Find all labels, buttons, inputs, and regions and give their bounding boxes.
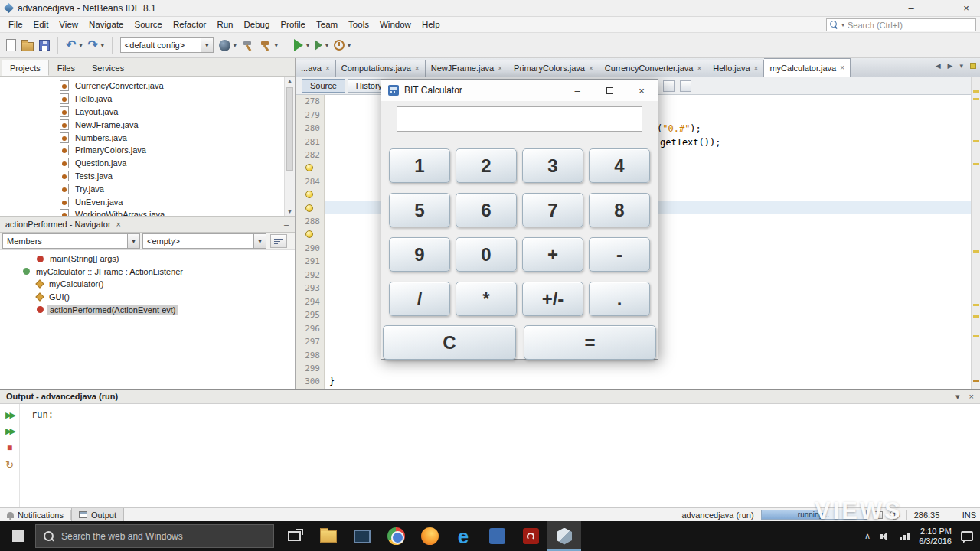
redo-dropdown-icon[interactable]: ▾ (101, 42, 104, 49)
warning-mark[interactable] (973, 304, 979, 306)
tab-close-icon[interactable]: × (498, 64, 502, 73)
new-file-icon[interactable] (6, 39, 16, 51)
warning-mark[interactable] (973, 315, 979, 318)
volume-icon[interactable] (880, 532, 890, 541)
key-0[interactable]: 0 (456, 237, 517, 272)
save-all-icon[interactable] (39, 40, 50, 51)
notifications-tab[interactable]: Notifications (0, 508, 70, 521)
output-close-icon[interactable]: × (969, 392, 974, 402)
key-1[interactable]: 1 (389, 148, 450, 183)
rerun-debug-icon[interactable]: ▶▶ (5, 427, 14, 435)
taskbar-app-explorer[interactable] (312, 521, 345, 551)
quick-search-input[interactable] (848, 21, 972, 30)
key-divide[interactable]: / (389, 282, 450, 316)
clock[interactable]: 2:10 PM 6/3/2016 (919, 527, 952, 546)
editor-toolbar-icon[interactable] (663, 80, 675, 92)
open-project-icon[interactable] (21, 42, 34, 51)
tree-item[interactable]: NewJFrame.java (0, 118, 295, 131)
tree-item[interactable]: PrimaryColors.java (0, 144, 295, 157)
key-7[interactable]: 7 (522, 193, 583, 227)
scrollbar-thumb[interactable] (286, 87, 293, 171)
tab-close-icon[interactable]: × (415, 64, 420, 73)
editor-tab[interactable]: NewJFrame.java× (426, 60, 508, 77)
taskbar-app-firefox[interactable] (413, 521, 446, 551)
key-8[interactable]: 8 (589, 193, 650, 227)
editor-tab-active[interactable]: myCalculator.java× (764, 58, 851, 77)
tree-item[interactable]: Try.java (0, 182, 295, 195)
editor-tab[interactable]: Computations.java× (336, 60, 426, 77)
tab-close-icon[interactable]: × (840, 64, 844, 72)
navigator-item[interactable]: myCalculator :: JFrame : ActionListener (0, 266, 295, 279)
output-tab[interactable]: Output (71, 508, 124, 521)
key-5[interactable]: 5 (389, 193, 450, 227)
tree-item[interactable]: CurrencyConverter.java (0, 80, 295, 93)
key-clear[interactable]: C (383, 325, 516, 360)
close-button[interactable]: × (952, 0, 980, 16)
key-multiply[interactable]: * (456, 282, 517, 316)
menu-team[interactable]: Team (311, 18, 343, 31)
navigator-item-selected[interactable]: actionPerformed(ActionEvent evt) (0, 303, 295, 316)
filter-dropdown-icon[interactable]: ▾ (253, 234, 266, 248)
error-stripe[interactable] (971, 77, 980, 389)
warning-bulb-icon[interactable] (305, 164, 313, 171)
config-combobox[interactable]: <default config> ▾ (120, 37, 214, 53)
editor-tab[interactable]: ...ava× (296, 60, 336, 77)
start-button[interactable] (0, 521, 35, 551)
calculator-minimize-button[interactable]: – (561, 80, 593, 101)
key-4[interactable]: 4 (589, 148, 650, 183)
project-config-icon[interactable] (219, 40, 230, 51)
tree-item[interactable]: UnEven.java (0, 195, 295, 208)
action-center-icon[interactable] (961, 531, 973, 541)
scroll-tabs-left-icon[interactable]: ◀ (936, 62, 941, 70)
warning-mark[interactable] (973, 380, 979, 382)
warning-mark[interactable] (973, 250, 979, 253)
undo-icon[interactable]: ↶ (66, 39, 76, 51)
warning-mark[interactable] (973, 90, 979, 93)
menu-help[interactable]: Help (416, 18, 446, 31)
key-3[interactable]: 3 (522, 148, 583, 183)
taskbar-search-input[interactable] (61, 531, 266, 542)
tree-item[interactable]: Hello.java (0, 93, 295, 106)
rerun-icon[interactable]: ▶▶ (5, 411, 14, 419)
tree-scrollbar[interactable]: ▲ ▼ (284, 77, 295, 216)
navigator-item[interactable]: myCalculator() (0, 278, 295, 291)
calculator-maximize-button[interactable] (593, 80, 626, 101)
restore-button[interactable] (925, 0, 952, 16)
calculator-titlebar[interactable]: BIT Calculator – × (381, 80, 658, 101)
output-minimize-icon[interactable]: ▾ (956, 392, 960, 402)
stop-icon[interactable]: ■ (7, 443, 12, 452)
taskbar-app-chrome[interactable] (379, 521, 413, 551)
menu-view[interactable]: View (54, 18, 83, 31)
warning-bulb-icon[interactable] (305, 191, 313, 198)
output-console-text[interactable]: run: (20, 404, 54, 507)
project-config-dropdown-icon[interactable]: ▾ (234, 42, 237, 49)
warning-mark[interactable] (973, 163, 979, 165)
redo-icon[interactable]: ↷ (87, 39, 97, 51)
scroll-up-icon[interactable]: ▲ (287, 78, 292, 83)
warning-mark[interactable] (973, 335, 979, 337)
warning-mark[interactable] (973, 98, 979, 100)
navigator-item[interactable]: GUI() (0, 291, 295, 304)
navigator-close-icon[interactable]: × (116, 220, 121, 229)
panel-minimize-icon[interactable]: – (283, 61, 289, 72)
key-6[interactable]: 6 (456, 193, 517, 227)
run-dropdown-icon[interactable]: ▾ (306, 42, 309, 49)
taskbar-app-adobe[interactable] (514, 521, 547, 551)
members-combobox[interactable]: Members ▾ (2, 233, 140, 249)
search-dropdown-icon[interactable]: ▾ (841, 21, 844, 28)
calculator-display[interactable] (397, 106, 642, 132)
tab-close-icon[interactable]: × (589, 64, 593, 73)
key-decimal[interactable]: . (589, 282, 650, 316)
tree-item[interactable]: Question.java (0, 157, 295, 170)
key-minus[interactable]: - (589, 237, 650, 272)
menu-run[interactable]: Run (211, 18, 238, 31)
tab-projects[interactable]: Projects (2, 60, 49, 76)
clean-build-icon[interactable] (260, 39, 272, 51)
tab-close-icon[interactable]: × (697, 64, 701, 73)
tab-list-dropdown-icon[interactable]: ▾ (959, 62, 963, 70)
menu-source[interactable]: Source (129, 18, 167, 31)
key-9[interactable]: 9 (389, 237, 450, 272)
menu-refactor[interactable]: Refactor (168, 18, 211, 31)
navigator-minimize-icon[interactable]: – (284, 220, 289, 229)
scroll-down-icon[interactable]: ▼ (287, 209, 292, 214)
